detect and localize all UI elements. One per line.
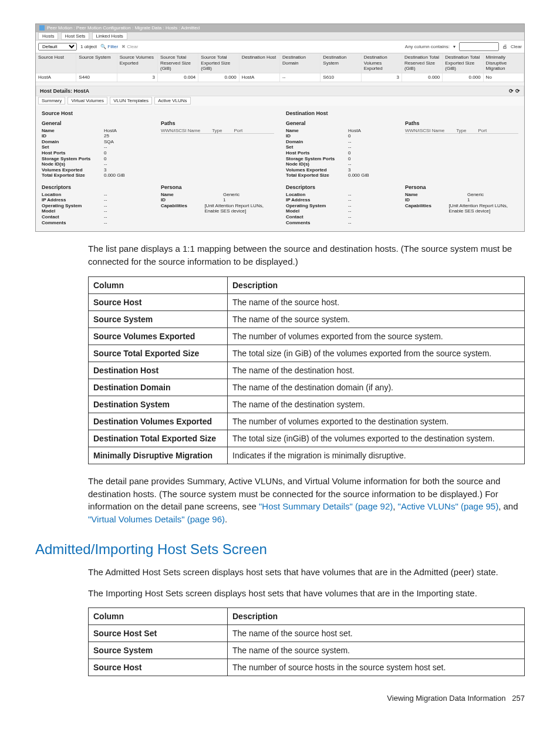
source-paths: Paths — [161, 120, 274, 127]
object-count: 1 object — [80, 44, 97, 50]
kv-row: Total Exported Size0.000 GiB — [286, 173, 399, 178]
kv-row: Volumes Exported3 — [42, 167, 155, 173]
table-row: Source HostThe name of the source host. — [89, 293, 525, 310]
kv-row: NameGeneric — [161, 192, 274, 198]
col-header[interactable]: Source Total Exported Size (GiB) — [198, 53, 239, 73]
table-row: Source Volumes ExportedThe number of vol… — [89, 328, 525, 345]
details-bar: Host Details: HostA ⟳ ⟳ — [36, 86, 524, 97]
details-title: Host Details: HostA — [40, 88, 89, 94]
kv-row: Contact-- — [286, 214, 399, 220]
table-row: Destination HostThe name of the destinat… — [89, 362, 525, 379]
col-header[interactable]: Destination System — [321, 53, 361, 73]
clear-link[interactable]: ✖ Clear — [122, 44, 138, 50]
cell: S610 — [321, 73, 361, 82]
source-persona: Persona — [161, 184, 274, 191]
kv-row: Location-- — [286, 192, 399, 198]
source-host-panel: Source Host General NameHostA ID25 Domai… — [42, 108, 274, 225]
toolbar: Default 1 object 🔍 Filter ✖ Clear Any co… — [36, 40, 524, 53]
table-row: Source SystemThe name of the source syst… — [89, 642, 525, 659]
paragraph-admitted: The Admitted Host Sets screen displays h… — [88, 566, 525, 579]
subtab-virtual-volumes[interactable]: Virtual Volumes — [68, 97, 107, 104]
table-row: Source Total Exported SizeThe total size… — [89, 345, 525, 362]
kv-row: Total Exported Size0.000 GiB — [42, 173, 155, 178]
link-active-vluns[interactable]: "Active VLUNs" (page 95) — [398, 501, 499, 511]
table-row: Destination DomainThe name of the destin… — [89, 379, 525, 396]
paragraph-list-pane: The list pane displays a 1:1 mapping bet… — [88, 242, 525, 268]
kv-row: ID0 — [286, 133, 399, 139]
cell: HostA — [239, 73, 280, 82]
paragraph-importing: The Importing Host Sets screen displays … — [88, 587, 525, 600]
kv-row: Operating System-- — [42, 203, 155, 209]
table-row: Destination Volumes ExportedThe number o… — [89, 413, 525, 430]
table-header: Column — [89, 276, 228, 293]
window-icon — [39, 25, 45, 31]
kv-row: IP Address-- — [42, 197, 155, 203]
table-row: Source SystemThe name of the source syst… — [89, 310, 525, 328]
path-col: WWN/iSCSI Name — [405, 128, 444, 134]
col-header[interactable]: Destination Total Exported Size (GiB) — [443, 53, 483, 73]
col-header[interactable]: Source System — [76, 53, 117, 73]
col-header[interactable]: Source Host — [36, 53, 76, 73]
col-header[interactable]: Destination Host — [239, 53, 280, 73]
link-virtual-volumes[interactable]: "Virtual Volumes Details" (page 96) — [88, 514, 225, 524]
kv-row: Node ID(s)-- — [42, 161, 155, 167]
kv-row: Node ID(s)-- — [286, 161, 399, 167]
cell: No — [484, 73, 524, 82]
table-row: Source Host SetThe name of the source ho… — [89, 625, 525, 642]
kv-row: Model-- — [42, 208, 155, 214]
column-description-table-2: Column Description Source Host SetThe na… — [88, 607, 525, 676]
subtab-vlun-templates[interactable]: VLUN Templates — [110, 97, 152, 104]
grid-row[interactable]: HostA S440 3 0.004 0.000 HostA -- S610 3… — [36, 73, 524, 82]
clear-right[interactable]: Clear — [511, 44, 522, 50]
col-header[interactable]: Destination Total Reserved Size (GiB) — [402, 53, 443, 73]
kv-row: NameHostA — [42, 128, 155, 134]
col-header[interactable]: Source Total Reserved Size (GiB) — [158, 53, 198, 73]
print-icon[interactable]: 🖨 — [502, 44, 507, 50]
dest-paths: Paths — [405, 120, 518, 127]
footer-title: Viewing Migration Data Information — [387, 694, 505, 703]
kv-row: Location-- — [42, 192, 155, 198]
kv-row: Set-- — [42, 144, 155, 150]
cell: 3 — [117, 73, 158, 82]
table-row: Destination SystemThe name of the destin… — [89, 396, 525, 413]
path-col: Type — [456, 128, 466, 134]
kv-row: Host Ports0 — [286, 150, 399, 156]
details-icons[interactable]: ⟳ ⟳ — [509, 88, 520, 94]
dest-persona: Persona — [405, 184, 518, 191]
tab-host-sets[interactable]: Host Sets — [61, 32, 90, 40]
subtab-summary[interactable]: Summary — [38, 97, 65, 104]
kv-row: Set-- — [286, 144, 399, 150]
tab-hosts[interactable]: Hosts — [38, 32, 58, 40]
filter-input[interactable] — [459, 42, 499, 51]
any-column-label: Any column contains: — [405, 44, 450, 50]
col-header[interactable]: Destination Domain — [280, 53, 321, 73]
col-header[interactable]: Minimally Disruptive Migration — [484, 53, 524, 73]
link-host-summary[interactable]: "Host Summary Details" (page 92) — [259, 501, 393, 511]
top-tabs: Hosts Host Sets Linked Hosts — [36, 32, 524, 41]
filter-dropdown-icon[interactable]: ▾ — [453, 44, 456, 50]
path-col: Port — [478, 128, 487, 134]
path-col: WWN/iSCSI Name — [161, 128, 200, 134]
table-row: Destination Total Exported SizeThe total… — [89, 430, 525, 447]
kv-row: Volumes Exported3 — [286, 167, 399, 173]
kv-row: Domain-- — [286, 139, 399, 145]
kv-row: NameHostA — [286, 128, 399, 134]
filter-link[interactable]: 🔍 Filter — [100, 44, 118, 50]
kv-row: Capabilities[Unit Attention Report LUNs,… — [405, 203, 518, 214]
kv-row: Model-- — [286, 208, 399, 214]
subtab-active-vluns[interactable]: Active VLUNs — [154, 97, 190, 104]
dest-general: General — [286, 120, 399, 127]
table-row: Minimally Disruptive MigrationIndicates … — [89, 447, 525, 464]
dest-header: Destination Host — [286, 110, 518, 117]
kv-row: Comments-- — [42, 220, 155, 226]
col-header[interactable]: Destination Volumes Exported — [362, 53, 402, 73]
kv-row: ID1 — [161, 197, 274, 203]
view-dropdown[interactable]: Default — [38, 43, 77, 50]
tab-linked-hosts[interactable]: Linked Hosts — [92, 32, 127, 40]
column-description-table-1: Column Description Source HostThe name o… — [88, 276, 525, 464]
kv-row: Contact-- — [42, 214, 155, 220]
table-row: Source HostThe number of source hosts in… — [89, 659, 525, 676]
col-header[interactable]: Source Volumes Exported — [117, 53, 158, 73]
kv-row: Storage System Ports0 — [286, 156, 399, 162]
cell: -- — [280, 73, 321, 82]
